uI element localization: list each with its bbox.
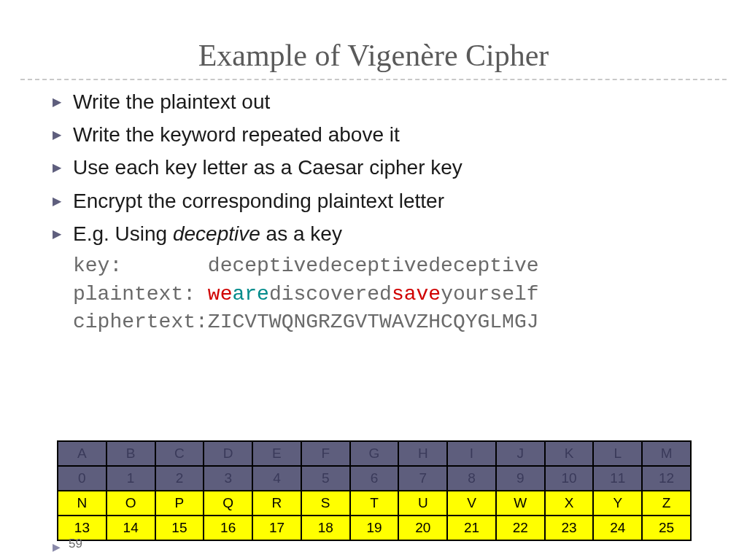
- plaintext-seg: we: [208, 283, 233, 306]
- table-cell: C: [155, 441, 204, 466]
- table-cell: 11: [593, 466, 642, 491]
- table-row: N O P Q R S T U V W X Y Z: [58, 491, 691, 516]
- table-cell: 24: [593, 516, 642, 540]
- table-cell: I: [447, 441, 496, 466]
- table-cell: M: [642, 441, 691, 466]
- bullet-text: Write the keyword repeated above it: [73, 120, 400, 149]
- page-title: Example of Vigenère Cipher: [0, 0, 747, 79]
- triangle-icon: ▶: [53, 127, 61, 143]
- table-cell: 18: [301, 516, 350, 540]
- bullet-text: Use each key letter as a Caesar cipher k…: [73, 153, 462, 182]
- table-cell: Q: [204, 491, 252, 516]
- table-cell: A: [58, 441, 107, 466]
- page-number: 59: [69, 537, 82, 551]
- table-cell: F: [301, 441, 350, 466]
- bullet-item: ▶ E.g. Using deceptive as a key: [53, 219, 718, 248]
- plaintext-seg: discovered: [269, 283, 392, 306]
- table-cell: G: [350, 441, 399, 466]
- table-cell: 12: [642, 466, 691, 491]
- table-cell: B: [107, 441, 155, 466]
- table-cell: N: [58, 491, 107, 516]
- plaintext-seg: save: [392, 283, 441, 306]
- bullet-item: ▶ Write the keyword repeated above it: [53, 120, 718, 149]
- triangle-icon: ▶: [53, 94, 61, 110]
- table-cell: V: [447, 491, 496, 516]
- title-divider: [20, 79, 727, 80]
- table-cell: 9: [496, 466, 545, 491]
- plaintext-label: plaintext:: [73, 283, 208, 306]
- ciphertext-value: ZICVTWQNGRZGVTWAVZHCQYGLMGJ: [208, 311, 539, 333]
- table-cell: 22: [496, 516, 545, 540]
- triangle-icon: ▶: [53, 160, 61, 176]
- table-cell: 6: [350, 466, 399, 491]
- table-cell: 7: [398, 466, 447, 491]
- table-cell: 20: [398, 516, 447, 540]
- table-cell: 0: [58, 466, 107, 491]
- key-value: deceptivedeceptivedeceptive: [208, 254, 539, 277]
- table-cell: T: [350, 491, 399, 516]
- table-cell: S: [301, 491, 350, 516]
- table-cell: 2: [155, 466, 204, 491]
- triangle-icon: ▶: [53, 226, 61, 242]
- bullet-list: ▶ Write the plaintext out ▶ Write the ke…: [0, 88, 747, 248]
- table-cell: H: [398, 441, 447, 466]
- table-row: 13 14 15 16 17 18 19 20 21 22 23 24 25: [58, 516, 691, 540]
- table-cell: 16: [204, 516, 252, 540]
- bullet-text: Write the plaintext out: [73, 88, 270, 116]
- table-cell: Y: [593, 491, 642, 516]
- table-cell: K: [545, 441, 594, 466]
- table-cell: 15: [155, 516, 204, 540]
- plaintext-seg: yourself: [441, 283, 538, 306]
- table-cell: 23: [545, 516, 594, 540]
- table-cell: X: [545, 491, 594, 516]
- table-cell: E: [252, 441, 301, 466]
- bullet-item: ▶ Encrypt the corresponding plaintext le…: [53, 187, 718, 215]
- bullet-item: ▶ Write the plaintext out: [53, 88, 718, 116]
- table-cell: 1: [107, 466, 155, 491]
- table-cell: J: [496, 441, 545, 466]
- table-cell: 25: [642, 516, 691, 540]
- table-cell: 19: [350, 516, 399, 540]
- plaintext-seg: are: [232, 283, 268, 306]
- table-cell: P: [155, 491, 204, 516]
- triangle-icon: ▶: [53, 193, 61, 209]
- table-cell: 3: [204, 466, 252, 491]
- table-cell: R: [252, 491, 301, 516]
- table-row: 0 1 2 3 4 5 6 7 8 9 10 11 12: [58, 466, 691, 491]
- table-cell: 8: [447, 466, 496, 491]
- table-cell: W: [496, 491, 545, 516]
- table-cell: 4: [252, 466, 301, 491]
- bullet-item: ▶ Use each key letter as a Caesar cipher…: [53, 153, 718, 182]
- alphabet-table: A B C D E F G H I J K L M 0 1 2 3 4 5 6 …: [57, 440, 692, 541]
- bullet-text: E.g. Using deceptive as a key: [73, 219, 342, 248]
- cipher-example: key: deceptivedeceptivedeceptive plainte…: [0, 252, 747, 337]
- table-row: A B C D E F G H I J K L M: [58, 441, 691, 466]
- table-cell: 14: [107, 516, 155, 540]
- table-cell: Z: [642, 491, 691, 516]
- bullet-text: Encrypt the corresponding plaintext lett…: [73, 187, 444, 215]
- table-cell: U: [398, 491, 447, 516]
- key-label: key:: [73, 254, 208, 277]
- table-cell: L: [593, 441, 642, 466]
- table-cell: D: [204, 441, 252, 466]
- nav-arrow-icon: ▶: [53, 541, 61, 553]
- table-cell: 21: [447, 516, 496, 540]
- table-cell: 17: [252, 516, 301, 540]
- ciphertext-label: ciphertext:: [73, 311, 208, 333]
- slide: Example of Vigenère Cipher ▶ Write the p…: [0, 0, 747, 560]
- table-cell: 10: [545, 466, 594, 491]
- table-cell: O: [107, 491, 155, 516]
- table-cell: 5: [301, 466, 350, 491]
